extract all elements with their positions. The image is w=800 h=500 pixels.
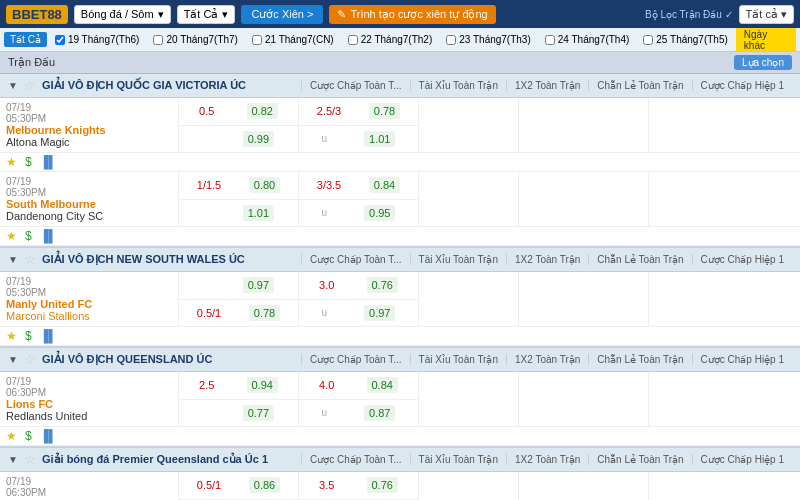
col-chan-qld: Chẵn Lẻ Toàn Trận (588, 354, 691, 365)
tab-21-thang7[interactable]: 21 Tháng7(CN) (246, 32, 340, 47)
tab-21-checkbox[interactable] (252, 35, 262, 45)
toggle-icon-victoria[interactable]: ▼ (8, 80, 18, 91)
chart-tool-manly[interactable]: ▐▌ (40, 329, 57, 343)
match-date-lions: 07/19 (6, 376, 172, 387)
chart-tool-melbourne[interactable]: ▐▌ (40, 155, 57, 169)
team-home-lions[interactable]: Lions FC (6, 398, 172, 410)
dollar-tool-melbourne[interactable]: $ (25, 155, 32, 169)
filter-dropdown[interactable]: Tất Cả ▾ (177, 5, 236, 24)
tab-23-checkbox[interactable] (446, 35, 456, 45)
chart-tool-south[interactable]: ▐▌ (40, 229, 57, 243)
chap-cell-southside: 0.5/1 0.86 0.85 (178, 472, 298, 500)
taixiu-cell-south: 3/3.5 0.84 u 0.95 (298, 172, 418, 226)
trinh-tao-button[interactable]: ✎ Trình tạo cược xiên tự động (329, 5, 495, 24)
team-home-melbourne[interactable]: Melbourne Knights (6, 124, 172, 136)
team-away-dandenong[interactable]: Dandenong City SC (6, 210, 172, 222)
away-odd-melbourne[interactable]: 0.99 (243, 131, 274, 147)
sport-dropdown[interactable]: Bóng đá / Sôm ▾ (74, 5, 171, 24)
col-chap-pqld: Cược Chấp Toàn T... (301, 454, 410, 465)
hiep1-cell-lions (648, 372, 800, 426)
home-odd-southside[interactable]: 0.86 (249, 477, 280, 493)
home-odd-melbourne[interactable]: 0.82 (247, 103, 278, 119)
team-home-south[interactable]: South Melbourne (6, 198, 172, 210)
chan-cell-manly (518, 272, 648, 326)
toggle-icon-pqld[interactable]: ▼ (8, 454, 18, 465)
1x2-cell-southside (418, 472, 518, 500)
match-time-south: 05:30PM (6, 187, 172, 198)
toggle-icon-qld[interactable]: ▼ (8, 354, 18, 365)
toggle-icon-nsw[interactable]: ▼ (8, 254, 18, 265)
chap-away-row-south: 1.01 (179, 199, 298, 227)
tab-tat-ca[interactable]: Tất Cả (4, 32, 47, 47)
star-icon-qld[interactable]: ☆ (24, 352, 36, 367)
tab-24-checkbox[interactable] (545, 35, 555, 45)
star-tool-manly[interactable]: ★ (6, 329, 17, 343)
tab-25-checkbox[interactable] (643, 35, 653, 45)
league-title-premier-qld: ▼ ☆ Giải bóng đá Premier Queensland của … (0, 448, 800, 472)
tab-20-checkbox[interactable] (153, 35, 163, 45)
taixiu-line-manly: 3.0 (319, 279, 334, 291)
under-odd-manly[interactable]: 0.97 (364, 305, 395, 321)
sub-header: Trận Đấu Lựa chọn (0, 52, 800, 74)
home-odd-south[interactable]: 0.80 (249, 177, 280, 193)
col-hiep1-qld: Cược Chấp Hiệp 1 (692, 354, 792, 365)
star-icon-pqld[interactable]: ☆ (24, 452, 36, 467)
team-away-redlands[interactable]: Redlands United (6, 410, 172, 422)
tab-ngay-khac[interactable]: Ngày khác (736, 28, 796, 52)
away-odd-manly[interactable]: 0.78 (249, 305, 280, 321)
home-odd-lions[interactable]: 0.94 (247, 377, 278, 393)
match-date-southside: 07/19 (6, 476, 172, 487)
tab-19-thang7[interactable]: 19 Tháng7(Th6) (49, 32, 146, 47)
cuoc-xien-button[interactable]: Cước Xiên > (241, 5, 323, 24)
star-tool-lions[interactable]: ★ (6, 429, 17, 443)
tab-19-checkbox[interactable] (55, 35, 65, 45)
under-odd-melbourne[interactable]: 1.01 (364, 131, 395, 147)
team-away-marconi[interactable]: Marconi Stallions (6, 310, 172, 322)
match-row-south: 07/19 05:30PM South Melbourne Dandenong … (0, 172, 800, 227)
star-tool-south[interactable]: ★ (6, 229, 17, 243)
under-odd-south[interactable]: 0.95 (364, 205, 395, 221)
dollar-tool-lions[interactable]: $ (25, 429, 32, 443)
hiep1-cell-melbourne (648, 98, 800, 152)
over-odd-lions[interactable]: 0.84 (367, 377, 398, 393)
col-1x2-pqld: 1X2 Toàn Trận (506, 454, 588, 465)
over-odd-melbourne[interactable]: 0.78 (369, 103, 400, 119)
right-filter-dropdown[interactable]: Tất cả ▾ (739, 5, 794, 24)
col-taixiu-pqld: Tài Xỉu Toàn Trận (410, 454, 506, 465)
dollar-tool-manly[interactable]: $ (25, 329, 32, 343)
match-row-manly: 07/19 05:30PM Manly United FC Marconi St… (0, 272, 800, 327)
tab-22-checkbox[interactable] (348, 35, 358, 45)
tab-25-thang7[interactable]: 25 Tháng7(Th5) (637, 32, 734, 47)
star-icon-victoria[interactable]: ☆ (24, 78, 36, 93)
chap-cell-manly: 0.97 0.5/1 0.78 (178, 272, 298, 326)
col-1x2-nsw: 1X2 Toàn Trận (506, 254, 588, 265)
tab-24-thang7[interactable]: 24 Tháng7(Th4) (539, 32, 636, 47)
tab-22-thang7[interactable]: 22 Tháng7(Th2) (342, 32, 439, 47)
away-odd-lions[interactable]: 0.77 (243, 405, 274, 421)
under-odd-lions[interactable]: 0.87 (364, 405, 395, 421)
tab-20-thang7[interactable]: 20 Tháng7(Th7) (147, 32, 244, 47)
chart-tool-lions[interactable]: ▐▌ (40, 429, 57, 443)
taixiu-over-row-melbourne: 2.5/3 0.78 (299, 98, 418, 125)
taixiu-under-row-melbourne: u 1.01 (299, 125, 418, 153)
taixiu-line-south: 3/3.5 (317, 179, 341, 191)
team-home-manly[interactable]: Manly United FC (6, 298, 172, 310)
hiep1-cell-south (648, 172, 800, 226)
team-away-altona[interactable]: Altona Magic (6, 136, 172, 148)
over-odd-southside[interactable]: 0.76 (367, 477, 398, 493)
col-chan-pqld: Chẵn Lẻ Toàn Trận (588, 454, 691, 465)
tools-row-melbourne: ★ $ ▐▌ (0, 153, 800, 172)
home-odd-manly[interactable]: 0.97 (243, 277, 274, 293)
hiep1-cell-southside (648, 472, 800, 500)
col-hiep1-nsw: Cược Chấp Hiệp 1 (692, 254, 792, 265)
star-icon-nsw[interactable]: ☆ (24, 252, 36, 267)
league-name-premier-qld: Giải bóng đá Premier Queensland của Úc 1 (42, 453, 268, 466)
dollar-tool-south[interactable]: $ (25, 229, 32, 243)
league-name-qld: GIẢI VÔ ĐỊCH QUEENSLAND ÚC (42, 353, 213, 366)
filter-button[interactable]: Lựa chọn (734, 55, 792, 70)
over-odd-south[interactable]: 0.84 (369, 177, 400, 193)
star-tool-melbourne[interactable]: ★ (6, 155, 17, 169)
over-odd-manly[interactable]: 0.76 (367, 277, 398, 293)
tab-23-thang7[interactable]: 23 Tháng7(Th3) (440, 32, 537, 47)
away-odd-south[interactable]: 1.01 (243, 205, 274, 221)
